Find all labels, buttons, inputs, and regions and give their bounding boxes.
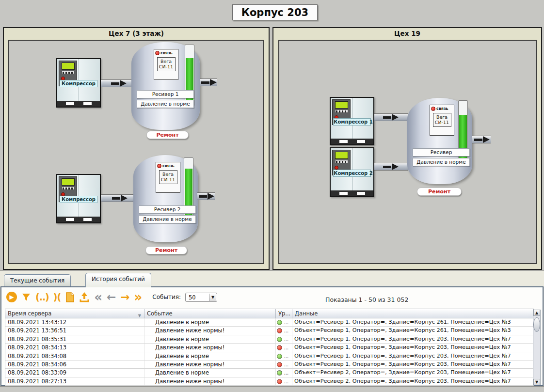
play-button[interactable]: ▶ [6, 291, 17, 303]
receiver-tank[interactable]: связь Вега СИ-11 Ресивер Давление в норм… [407, 98, 472, 184]
compressor-vent [83, 218, 92, 221]
workshop19-groupbox: Цех 19 Компрессор 1 [272, 27, 542, 270]
table-row[interactable]: 08.09.2021 08:27:13 Давление ниже нормы!… [5, 377, 533, 386]
receiver-name: Ресивер [413, 148, 470, 157]
pressure-status: Давление в норме [137, 100, 194, 108]
export-button[interactable] [79, 291, 90, 303]
first-page-button[interactable]: « [94, 291, 102, 303]
compressor-label: Компрессор 2 [333, 170, 370, 177]
table-row[interactable]: 08.09.2021 13:43:12 Давление в норме ...… [5, 318, 533, 327]
level-truncation: ... [284, 354, 289, 359]
header-data[interactable]: Данные [292, 309, 534, 318]
link-label: связь [436, 107, 448, 111]
receiver-tank[interactable]: связь Вега СИ-11 Ресивер 2 Давление в но… [133, 155, 198, 242]
cell-event: Давление ниже нормы! [144, 344, 276, 351]
repair-button[interactable]: Ремонт [417, 188, 462, 196]
compressor-label: Компрессор 1 [333, 118, 370, 125]
table-row[interactable]: 08.09.2021 08:35:31 Давление в норме ...… [5, 335, 533, 344]
link-indicator-icon [155, 51, 160, 55]
header-event[interactable]: Событие [144, 309, 276, 318]
tab-current-events[interactable]: Текущие события [4, 274, 71, 286]
link-status-panel: связь Вега СИ-11 [430, 105, 454, 136]
cell-data: Объект=Ресивер 1, Оператор=, Здание=Корп… [292, 318, 534, 326]
table-row[interactable]: 08.09.2021 08:34:08 Давление в норме ...… [5, 352, 533, 361]
cell-server-time: 08.09.2021 13:43:12 [5, 318, 144, 326]
scroll-down-icon[interactable]: ▼ [533, 379, 540, 385]
tab-event-history[interactable]: История событий [85, 273, 151, 287]
play-icon: ▶ [6, 292, 17, 302]
document-icon [65, 292, 75, 302]
level-icon [277, 379, 282, 384]
workshop7-mimic-area: Компрессор связь Вега СИ-11 [8, 40, 264, 264]
last-page-button[interactable]: » [134, 291, 143, 303]
document-button[interactable] [65, 291, 75, 303]
dropdown-arrow-icon: ▼ [209, 294, 216, 301]
level-icon [277, 320, 282, 325]
next-page-button[interactable]: → [120, 291, 129, 303]
cell-level: ... [276, 361, 292, 368]
compressor-vent [83, 102, 92, 105]
table-row[interactable]: 08.09.2021 08:34:06 Давление ниже нормы!… [5, 361, 533, 369]
sensor-label: Вега СИ-11 [157, 57, 176, 71]
scrollbar-thumb[interactable] [533, 317, 540, 332]
table-scrollbar[interactable]: ▲ ▼ [533, 310, 541, 385]
filter-button[interactable] [21, 291, 31, 303]
page-title: Корпус 203 [232, 4, 318, 20]
events-toolbar: ▶ (..) )( « ← → » События: [6, 290, 217, 304]
events-tabbar: Текущие события История событий [0, 270, 544, 287]
compressor-unit[interactable]: Компрессор [56, 58, 101, 108]
prev-page-icon: ← [107, 292, 116, 302]
cell-server-time: 08.09.2021 08:34:06 [5, 361, 144, 368]
compressor-unit[interactable]: Компрессор 1 [330, 97, 374, 145]
table-row[interactable]: 08.09.2021 08:33:09 Давление в норме ...… [5, 369, 533, 377]
cell-server-time: 08.09.2021 13:36:51 [5, 327, 144, 334]
paren-inverse-button[interactable]: )( [53, 291, 61, 303]
link-status-panel: связь Вега СИ-11 [154, 49, 178, 80]
receiver-name: Ресивер 1 [137, 90, 194, 98]
workshop7-title: Цех 7 (3 этаж) [4, 30, 269, 37]
compressor-buttons [62, 71, 75, 74]
compressor-buttons [335, 160, 348, 163]
receiver-tank[interactable]: связь Вега СИ-11 Ресивер 1 Давление в но… [131, 42, 200, 130]
flow-arrow-icon [112, 195, 128, 202]
cell-level: ... [276, 318, 292, 326]
cell-data: Объект=Ресивер 1, Оператор=, Здание=Корп… [292, 327, 534, 334]
flow-arrow-icon [383, 163, 399, 170]
compressor-vent [357, 192, 365, 195]
cell-event: Давление в норме [144, 335, 276, 343]
event-history-panel: ▶ (..) )( « ← → » События: [0, 286, 544, 386]
filter-icon [21, 292, 31, 302]
header-level[interactable]: Ур... [276, 309, 292, 318]
prev-page-button[interactable]: ← [107, 291, 116, 303]
compressor-label: Компрессор [60, 80, 97, 87]
cell-data: Объект=Ресивер 1, Оператор=, Здание=Корп… [292, 361, 534, 368]
paren-inverse-icon: )( [53, 292, 61, 302]
table-row[interactable]: 08.09.2021 13:36:51 Давление ниже нормы!… [5, 327, 533, 335]
level-icon [277, 345, 282, 350]
compressor-unit[interactable]: Компрессор 2 [330, 147, 374, 197]
compressor-screen [335, 101, 348, 109]
link-indicator-icon [157, 164, 161, 168]
cell-level: ... [276, 377, 292, 385]
cell-data: Объект=Ресивер 2, Оператор=, Здание=Корп… [292, 369, 534, 376]
cell-data: Объект=Ресивер 2, Оператор=, Здание=Корп… [292, 377, 534, 385]
scroll-up-icon[interactable]: ▲ [533, 310, 540, 316]
level-truncation: ... [284, 370, 289, 376]
sensor-label: Вега СИ-11 [159, 170, 177, 184]
page-size-dropdown[interactable]: 50 ▼ [185, 293, 217, 302]
event-table-header: Время сервера ▼ Событие Ур... Данные [5, 309, 534, 318]
next-page-icon: → [120, 292, 129, 302]
cell-level: ... [276, 327, 292, 334]
header-time[interactable]: Время сервера ▼ [5, 309, 144, 318]
workshop19-mimic-area: Компрессор 1 Компрессор 2 [278, 40, 537, 264]
level-icon [277, 362, 282, 367]
compressor-unit[interactable]: Компрессор [56, 174, 101, 223]
table-row[interactable]: 08.09.2021 08:34:13 Давление ниже нормы!… [5, 344, 533, 352]
event-table: Время сервера ▼ Событие Ур... Данные 08.… [5, 309, 534, 386]
repair-button[interactable]: Ремонт [145, 246, 187, 254]
paren-dots-button[interactable]: (..) [35, 291, 49, 303]
repair-button[interactable]: Ремонт [146, 131, 189, 139]
cell-data: Объект=Ресивер 1, Оператор=, Здание=Корп… [292, 352, 534, 360]
cell-level: ... [276, 352, 292, 360]
compressor-screen [335, 152, 348, 159]
